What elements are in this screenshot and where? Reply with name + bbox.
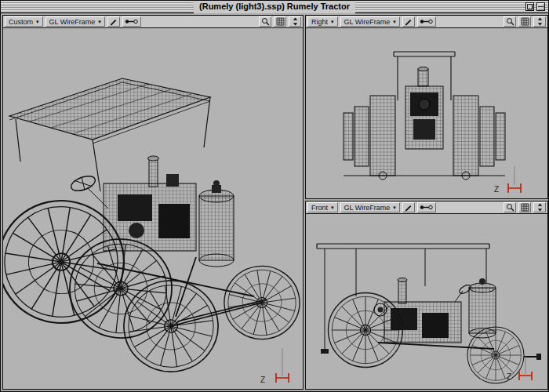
scroll-arrows-button[interactable] xyxy=(533,202,546,212)
up-down-arrows-icon xyxy=(536,203,544,212)
axis-indicator: Z xyxy=(507,357,532,381)
axis-label: Z xyxy=(507,372,511,381)
view-menu-label: Right xyxy=(311,18,328,26)
grid-button[interactable] xyxy=(518,16,531,27)
grid-button[interactable] xyxy=(274,16,286,27)
pencil-icon xyxy=(404,203,413,212)
viewport-header: Custom ▾ GL WireFrame ▾ xyxy=(3,16,303,28)
renderer-menu-label: GL WireFrame xyxy=(344,204,391,212)
view-menu[interactable]: Front ▾ xyxy=(307,202,338,212)
chevron-down-icon: ▾ xyxy=(393,205,396,210)
camera-track-button[interactable] xyxy=(122,16,141,27)
magnify-button[interactable] xyxy=(259,16,271,27)
title-bar[interactable]: (Rumely (light3).ssp) Rumely Tractor xyxy=(1,1,548,13)
axis-label: Z xyxy=(260,376,265,384)
axis-indicator: Z xyxy=(260,348,289,384)
chevron-down-icon: ▾ xyxy=(331,19,334,24)
pencil-icon xyxy=(404,17,413,26)
camera-track-button[interactable] xyxy=(417,202,436,212)
magnify-button[interactable] xyxy=(504,16,516,27)
app-window: (Rumely (light3).ssp) Rumely Tractor Cus… xyxy=(0,0,549,392)
axis-indicator: Z xyxy=(494,166,521,194)
view-menu-label: Custom xyxy=(9,18,33,26)
viewport-canvas-custom[interactable]: Z xyxy=(3,28,303,389)
viewport-canvas-front[interactable]: Z xyxy=(306,214,547,389)
viewport-panel-front: Front ▾ GL WireFrame ▾ xyxy=(305,201,548,390)
tractor-wireframe-front-ortho: Z xyxy=(306,28,547,198)
view-menu[interactable]: Custom ▾ xyxy=(5,16,43,27)
grid-button[interactable] xyxy=(518,202,531,212)
chevron-down-icon: ▾ xyxy=(393,19,396,24)
track-icon xyxy=(124,17,139,26)
edit-tool-button[interactable] xyxy=(402,202,415,212)
scroll-arrows-button[interactable] xyxy=(533,16,546,27)
magnifier-icon xyxy=(506,17,514,26)
magnifier-icon xyxy=(506,203,514,212)
up-down-arrows-icon xyxy=(536,17,544,26)
chevron-down-icon: ▾ xyxy=(36,19,39,24)
up-down-arrows-icon xyxy=(291,17,300,26)
track-icon xyxy=(419,203,434,212)
renderer-menu[interactable]: GL WireFrame ▾ xyxy=(45,16,105,27)
grid-icon xyxy=(521,17,529,26)
renderer-menu-label: GL WireFrame xyxy=(49,18,96,26)
pencil-icon xyxy=(109,17,118,26)
window-zoom-button[interactable] xyxy=(525,2,534,11)
renderer-menu[interactable]: GL WireFrame ▾ xyxy=(340,202,400,212)
tractor-wireframe-perspective: Z xyxy=(3,28,303,389)
chevron-down-icon: ▾ xyxy=(331,205,334,210)
viewport-panel-custom: Custom ▾ GL WireFrame ▾ xyxy=(2,15,304,390)
viewport-header: Front ▾ GL WireFrame ▾ xyxy=(306,201,547,214)
camera-track-button[interactable] xyxy=(417,16,436,27)
magnify-button[interactable] xyxy=(504,202,516,212)
track-icon xyxy=(419,17,434,26)
viewport-panel-right: Right ▾ GL WireFrame ▾ xyxy=(305,15,548,199)
renderer-menu[interactable]: GL WireFrame ▾ xyxy=(340,16,400,27)
chevron-down-icon: ▾ xyxy=(98,19,101,24)
viewport-canvas-right[interactable]: Z xyxy=(306,28,547,198)
window-title: (Rumely (light3).ssp) Rumely Tractor xyxy=(194,1,355,13)
grid-icon xyxy=(276,17,285,26)
renderer-menu-label: GL WireFrame xyxy=(344,18,391,26)
tractor-wireframe-side-ortho: Z xyxy=(306,214,547,389)
magnifier-icon xyxy=(261,17,270,26)
scroll-arrows-button[interactable] xyxy=(289,16,301,27)
view-menu[interactable]: Right ▾ xyxy=(307,16,338,27)
edit-tool-button[interactable] xyxy=(402,16,415,27)
window-collapse-button[interactable] xyxy=(536,2,545,11)
edit-tool-button[interactable] xyxy=(107,16,120,27)
grid-icon xyxy=(521,203,529,212)
view-menu-label: Front xyxy=(311,204,328,212)
axis-label: Z xyxy=(494,185,499,194)
viewport-header: Right ▾ GL WireFrame ▾ xyxy=(306,16,547,28)
